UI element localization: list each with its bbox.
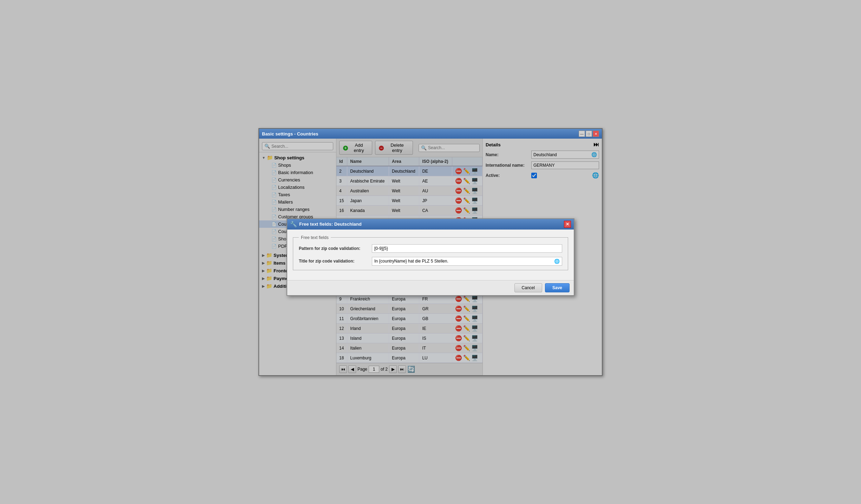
dialog-footer: Cancel Save — [287, 280, 574, 295]
title-bar: Basic settings - Countries — □ ✕ — [259, 129, 602, 139]
maximize-button[interactable]: □ — [586, 131, 592, 137]
dialog-title-bar: 🔧 Free text fields: Deutschland ✕ — [287, 219, 574, 230]
window-content: 🔍 ▼ 📁 Shop settings 📄 Shops 📄 Basic info… — [259, 139, 602, 375]
close-button[interactable]: ✕ — [593, 131, 599, 137]
main-window: Basic settings - Countries — □ ✕ 🔍 ▼ 📁 — [258, 128, 603, 376]
cancel-button[interactable]: Cancel — [514, 283, 542, 292]
window-title: Basic settings - Countries — [262, 131, 318, 137]
zip-title-input[interactable]: 🌐 — [372, 257, 562, 266]
dialog-body: Free text fields Pattern for zip code va… — [287, 230, 574, 280]
fieldset-legend: Free text fields — [299, 235, 331, 240]
zip-pattern-row: Pattern for zip code validation: — [299, 244, 562, 253]
save-button[interactable]: Save — [545, 283, 570, 292]
dialog-icon: 🔧 — [290, 221, 297, 227]
dialog-title-text: 🔧 Free text fields: Deutschland — [290, 221, 362, 227]
zip-title-label: Title for zip code validation: — [299, 259, 369, 264]
globe-icon-zip: 🌐 — [554, 259, 560, 264]
zip-pattern-field[interactable] — [374, 246, 551, 251]
zip-title-field[interactable] — [374, 259, 538, 264]
zip-title-row: Title for zip code validation: 🌐 — [299, 257, 562, 266]
minimize-button[interactable]: — — [579, 131, 585, 137]
zip-pattern-input[interactable] — [372, 244, 562, 253]
dialog-title-label: Free text fields: Deutschland — [299, 221, 362, 227]
window-controls: — □ ✕ — [579, 131, 599, 137]
dialog-overlay: 🔧 Free text fields: Deutschland ✕ Free t… — [259, 139, 602, 375]
zip-pattern-label: Pattern for zip code validation: — [299, 246, 369, 251]
dialog-close-button[interactable]: ✕ — [564, 221, 571, 228]
free-text-fields-fieldset: Free text fields Pattern for zip code va… — [293, 235, 568, 270]
free-text-fields-dialog: 🔧 Free text fields: Deutschland ✕ Free t… — [287, 218, 574, 296]
